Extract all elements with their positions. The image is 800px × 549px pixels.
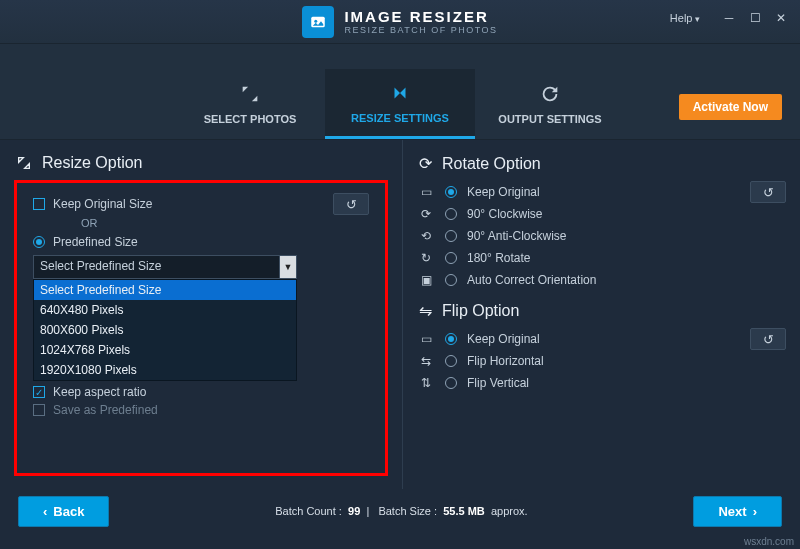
rotate-180-radio[interactable]: ↻ 180° Rotate xyxy=(417,247,786,269)
radio-label: Keep Original xyxy=(467,185,540,199)
reset-rotate-button[interactable]: ↺ xyxy=(750,181,786,203)
chevron-left-icon: ‹ xyxy=(43,504,47,519)
radio-label: Auto Correct Orientation xyxy=(467,273,596,287)
help-menu[interactable]: Help xyxy=(670,12,700,24)
radio-icon xyxy=(445,230,457,242)
radio-label: Predefined Size xyxy=(53,235,138,249)
radio-label: 90° Anti-Clockwise xyxy=(467,229,567,243)
titlebar: IMAGE RESIZER RESIZE BATCH OF PHOTOS Hel… xyxy=(0,0,800,44)
maximize-button[interactable]: ☐ xyxy=(742,8,768,28)
radio-icon xyxy=(33,236,45,248)
checkbox-label: Keep aspect ratio xyxy=(53,385,146,399)
keep-aspect-checkbox[interactable]: Keep aspect ratio xyxy=(33,385,369,399)
keep-original-size-checkbox[interactable]: Keep Original Size xyxy=(33,197,152,211)
frame-icon: ▭ xyxy=(417,185,435,199)
dropdown-option[interactable]: 1024X768 Pixels xyxy=(34,340,296,360)
button-label: Back xyxy=(53,504,84,519)
radio-icon xyxy=(445,377,457,389)
radio-icon xyxy=(445,355,457,367)
rotate-icon: ⟳ xyxy=(419,154,432,173)
expand-diag-icon xyxy=(16,155,32,171)
flip-heading: ⇋ Flip Option xyxy=(419,301,786,320)
tab-label: OUTPUT SETTINGS xyxy=(498,113,601,125)
checkbox-label: Keep Original Size xyxy=(53,197,152,211)
radio-icon xyxy=(445,186,457,198)
flip-vertical-radio[interactable]: ⇅ Flip Vertical xyxy=(417,372,786,394)
minimize-button[interactable]: ─ xyxy=(716,8,742,28)
frame-icon: ▭ xyxy=(417,332,435,346)
radio-icon xyxy=(445,333,457,345)
batch-info: Batch Count : 99 | Batch Size : 55.5 MB … xyxy=(275,505,527,517)
tab-resize-settings[interactable]: RESIZE SETTINGS xyxy=(325,69,475,139)
rotate-180-icon: ↻ xyxy=(417,251,435,265)
save-as-predefined-checkbox[interactable]: Save as Predefined xyxy=(33,403,369,417)
tabbar: SELECT PHOTOS RESIZE SETTINGS OUTPUT SET… xyxy=(0,44,800,140)
resize-panel: Keep Original Size ↺ OR Predefined Size … xyxy=(14,180,388,476)
undo-icon: ↺ xyxy=(763,185,774,200)
radio-icon xyxy=(445,208,457,220)
predefined-size-radio[interactable]: Predefined Size xyxy=(33,235,369,249)
batch-count-value: 99 xyxy=(348,505,360,517)
flip-horizontal-radio[interactable]: ⇆ Flip Horizontal xyxy=(417,350,786,372)
rotate-heading: ⟳ Rotate Option xyxy=(419,154,786,173)
checkbox-icon xyxy=(33,198,45,210)
expand-icon xyxy=(239,83,261,105)
checkbox-icon xyxy=(33,386,45,398)
radio-icon xyxy=(445,252,457,264)
activate-button[interactable]: Activate Now xyxy=(679,94,782,120)
dropdown-option[interactable]: 640X480 Pixels xyxy=(34,300,296,320)
tab-output-settings[interactable]: OUTPUT SETTINGS xyxy=(475,69,625,139)
undo-icon: ↺ xyxy=(346,197,357,212)
rotate-90cw-radio[interactable]: ⟳ 90° Clockwise xyxy=(417,203,786,225)
radio-label: Flip Vertical xyxy=(467,376,529,390)
watermark: wsxdn.com xyxy=(744,536,794,547)
undo-icon: ↺ xyxy=(763,332,774,347)
flip-v-icon: ⇅ xyxy=(417,376,435,390)
refresh-icon xyxy=(539,83,561,105)
app-logo: IMAGE RESIZER RESIZE BATCH OF PHOTOS xyxy=(302,6,497,38)
tab-label: SELECT PHOTOS xyxy=(204,113,297,125)
radio-label: Flip Horizontal xyxy=(467,354,544,368)
rotate-ccw-icon: ⟲ xyxy=(417,229,435,243)
back-button[interactable]: ‹ Back xyxy=(18,496,109,527)
rotate-auto-radio[interactable]: ▣ Auto Correct Orientation xyxy=(417,269,786,291)
radio-label: Keep Original xyxy=(467,332,540,346)
flip-keep-original-radio[interactable]: ▭ Keep Original xyxy=(417,328,540,350)
flip-h-icon: ⇆ xyxy=(417,354,435,368)
svg-point-1 xyxy=(315,19,318,22)
dropdown-option[interactable]: 800X600 Pixels xyxy=(34,320,296,340)
rotate-keep-original-radio[interactable]: ▭ Keep Original xyxy=(417,181,540,203)
or-separator: OR xyxy=(33,215,369,231)
dropdown-option[interactable]: 1920X1080 Pixels xyxy=(34,360,296,380)
tab-select-photos[interactable]: SELECT PHOTOS xyxy=(175,69,325,139)
reset-flip-button[interactable]: ↺ xyxy=(750,328,786,350)
chevron-right-icon: › xyxy=(753,504,757,519)
resize-icon xyxy=(389,82,411,104)
rotate-90acw-radio[interactable]: ⟲ 90° Anti-Clockwise xyxy=(417,225,786,247)
flip-icon: ⇋ xyxy=(419,301,432,320)
next-button[interactable]: Next › xyxy=(693,496,782,527)
resize-heading: Resize Option xyxy=(16,154,388,172)
radio-label: 180° Rotate xyxy=(467,251,531,265)
button-label: Next xyxy=(718,504,746,519)
radio-icon xyxy=(445,274,457,286)
tab-label: RESIZE SETTINGS xyxy=(351,112,449,124)
predefined-size-dropdown: Select Predefined Size 640X480 Pixels 80… xyxy=(33,279,297,381)
app-title: IMAGE RESIZER xyxy=(344,8,497,25)
chevron-down-icon[interactable]: ▼ xyxy=(279,255,297,279)
checkbox-icon xyxy=(33,404,45,416)
checkbox-label: Save as Predefined xyxy=(53,403,158,417)
batch-size-value: 55.5 MB xyxy=(443,505,485,517)
select-value: Select Predefined Size xyxy=(33,255,279,279)
predefined-size-select[interactable]: Select Predefined Size ▼ Select Predefin… xyxy=(33,255,297,279)
radio-label: 90° Clockwise xyxy=(467,207,543,221)
reset-resize-button[interactable]: ↺ xyxy=(333,193,369,215)
close-button[interactable]: ✕ xyxy=(768,8,794,28)
rotate-cw-icon: ⟳ xyxy=(417,207,435,221)
logo-icon xyxy=(302,6,334,38)
auto-orient-icon: ▣ xyxy=(417,273,435,287)
dropdown-option[interactable]: Select Predefined Size xyxy=(34,280,296,300)
footer: ‹ Back Batch Count : 99 | Batch Size : 5… xyxy=(0,489,800,533)
app-subtitle: RESIZE BATCH OF PHOTOS xyxy=(344,25,497,35)
